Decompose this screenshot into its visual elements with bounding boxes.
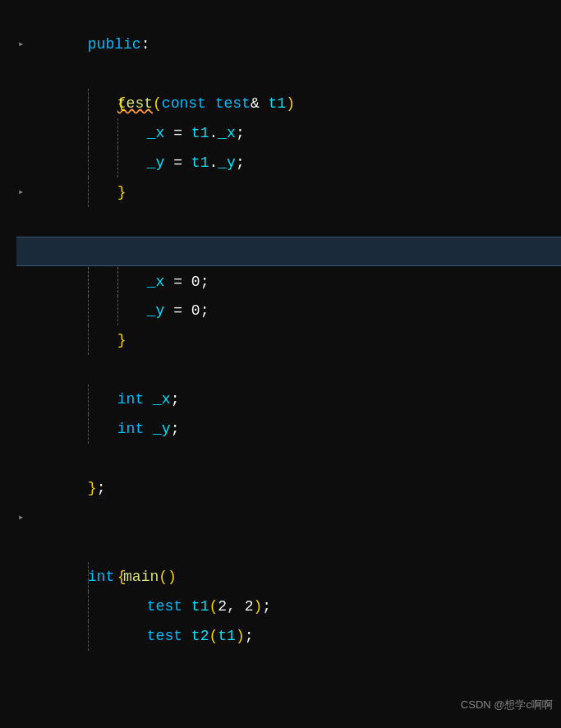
fold-icon-2[interactable]: ▸ — [18, 30, 24, 59]
line-4: _x = t1._x; — [16, 89, 561, 118]
line-9: _x = 0; — [16, 237, 561, 266]
line-15: ▸ }; — [16, 414, 561, 444]
line-14: int _y; — [16, 385, 561, 414]
line-19: { — [16, 532, 561, 562]
line-13: int _x; — [16, 355, 561, 385]
fold-icon-18[interactable]: ▸ — [18, 503, 24, 532]
line-10: _y = 0; — [16, 266, 561, 296]
line-18: ▸ int main() — [16, 503, 561, 532]
code-block: public: ▸ test(const test& t1) { _x = t1… — [0, 0, 561, 621]
fold-icon-7[interactable]: ▸ — [18, 177, 24, 207]
line-5: _y = t1._y; — [16, 118, 561, 148]
line-1: public: — [16, 0, 561, 30]
line-8: { — [16, 207, 561, 237]
line-12 — [16, 325, 561, 355]
line-2: ▸ test(const test& t1) — [16, 30, 561, 59]
line-11: } — [16, 296, 561, 325]
line-6: } — [16, 148, 561, 177]
code-editor: public: ▸ test(const test& t1) { _x = t1… — [0, 0, 561, 728]
line-20: test t1(2, 2); — [16, 562, 561, 592]
fold-icon-15: ▸ — [18, 414, 24, 444]
line-7: ▸ test(int x, int y) — [16, 177, 561, 207]
line-16 — [16, 444, 561, 473]
line-17 — [16, 473, 561, 503]
watermark: CSDN @想学c啊啊 — [461, 690, 553, 720]
line-3: { — [16, 59, 561, 89]
line-21: test t2(t1); — [16, 592, 561, 621]
